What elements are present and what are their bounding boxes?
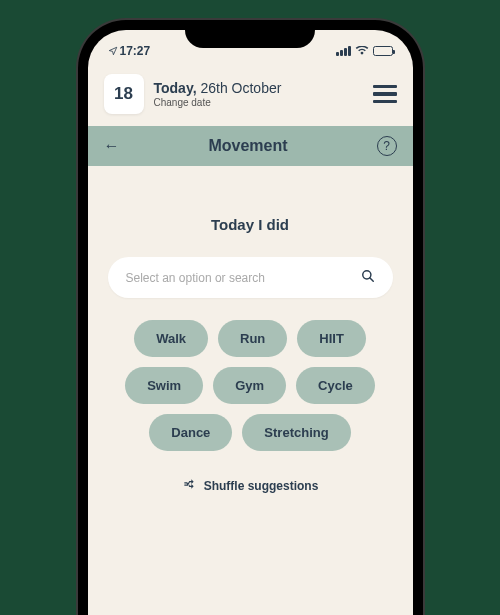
today-label: Today, <box>154 80 197 96</box>
wifi-icon <box>355 46 369 56</box>
status-time: 17:27 <box>120 44 151 58</box>
menu-button[interactable] <box>373 85 397 104</box>
date-info[interactable]: Today, 26th October Change date <box>154 80 363 108</box>
date-title: Today, 26th October <box>154 80 363 96</box>
screen: 17:27 18 Today, 26th October Change date… <box>88 30 413 615</box>
search-box[interactable] <box>108 257 393 298</box>
battery-icon <box>373 46 393 56</box>
chip-dance[interactable]: Dance <box>149 414 232 451</box>
app-header: 18 Today, 26th October Change date <box>88 66 413 126</box>
help-icon[interactable]: ? <box>377 136 397 156</box>
chip-swim[interactable]: Swim <box>125 367 203 404</box>
back-arrow-icon[interactable]: ← <box>104 137 120 155</box>
search-icon[interactable] <box>361 269 375 286</box>
location-icon <box>108 46 118 56</box>
notch <box>185 20 315 48</box>
signal-icon <box>336 46 351 56</box>
chip-cycle[interactable]: Cycle <box>296 367 375 404</box>
suggestion-chips: Walk Run HIIT Swim Gym Cycle Dance Stret… <box>108 320 393 451</box>
chip-hiit[interactable]: HIIT <box>297 320 366 357</box>
section-bar: ← Movement ? <box>88 126 413 166</box>
content-area: Today I did Walk Run HIIT Swim Gym Cycle… <box>88 166 413 514</box>
chip-walk[interactable]: Walk <box>134 320 208 357</box>
date-rest: 26th October <box>197 80 282 96</box>
date-day-box[interactable]: 18 <box>104 74 144 114</box>
status-indicators <box>336 46 393 56</box>
chip-run[interactable]: Run <box>218 320 287 357</box>
section-title: Movement <box>208 137 287 155</box>
status-time-area: 17:27 <box>108 44 151 58</box>
shuffle-label: Shuffle suggestions <box>204 479 319 493</box>
chip-gym[interactable]: Gym <box>213 367 286 404</box>
shuffle-icon <box>182 477 196 494</box>
svg-line-1 <box>369 278 373 282</box>
chip-stretching[interactable]: Stretching <box>242 414 350 451</box>
phone-frame: 17:27 18 Today, 26th October Change date… <box>78 20 423 615</box>
search-input[interactable] <box>126 271 361 285</box>
shuffle-button[interactable]: Shuffle suggestions <box>108 477 393 494</box>
prompt-text: Today I did <box>108 216 393 233</box>
change-date-link[interactable]: Change date <box>154 97 363 108</box>
